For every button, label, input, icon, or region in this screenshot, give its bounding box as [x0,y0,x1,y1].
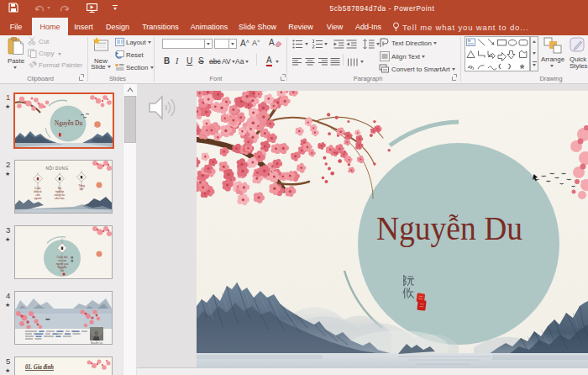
svg-text:01. Gia đình: 01. Gia đình [25,363,54,371]
svg-text:Nguyễn Du: Nguyễn Du [55,119,82,127]
svg-text:NỘI DUNG: NỘI DUNG [46,166,69,171]
svg-text:người: người [34,197,41,200]
svg-text:Du: Du [60,269,64,272]
svg-text:Nguyễn Du: Nguyễn Du [376,209,522,247]
svg-text:văn học: văn học [55,197,65,200]
svg-text:Nguyễn Du: Nguyễn Du [91,341,102,345]
svg-text:kết: kết [80,188,84,191]
